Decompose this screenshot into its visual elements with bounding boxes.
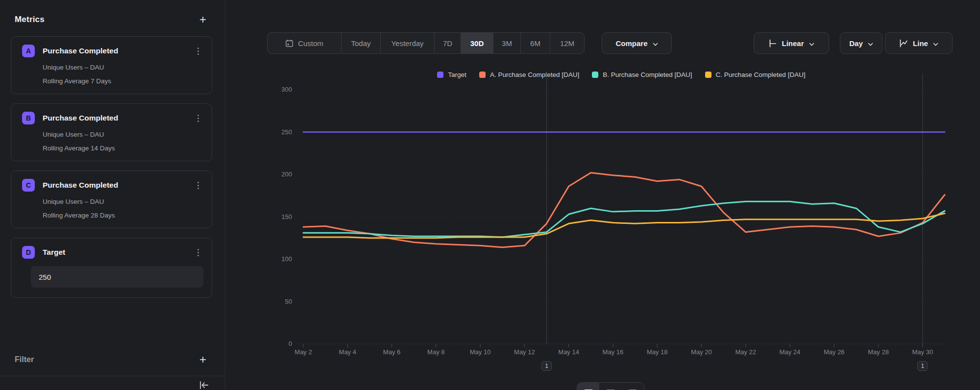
metric-badge-c: C: [22, 179, 35, 192]
target-title: Target: [43, 248, 195, 257]
series-line-c[interactable]: [303, 214, 945, 238]
y-axis-label: 300: [255, 86, 292, 93]
metric-view-button[interactable]: [622, 383, 644, 390]
x-axis-label: May 20: [682, 348, 721, 356]
y-axis-label: 0: [255, 340, 292, 347]
analytics-app: Metrics + A Purchase Completed Unique Us…: [0, 0, 980, 390]
metric-options-button[interactable]: [195, 46, 202, 57]
target-value-input[interactable]: 250: [31, 266, 203, 288]
table-view-button[interactable]: [599, 383, 621, 390]
x-axis-label: May 16: [593, 348, 633, 356]
x-axis-label: May 22: [726, 348, 765, 356]
metric-options-button[interactable]: [195, 180, 202, 191]
collapse-sidebar-button[interactable]: [198, 380, 209, 390]
x-axis-label: May 18: [637, 348, 677, 356]
metric-options-button[interactable]: [195, 113, 202, 124]
metric-measurement[interactable]: Unique Users – DAU: [43, 64, 202, 71]
metric-card-b[interactable]: B Purchase Completed Unique Users – DAU …: [11, 103, 212, 161]
x-axis-label: May 4: [328, 348, 367, 356]
metric-card-a-header: A Purchase Completed: [22, 45, 202, 57]
metric-badge-a: A: [22, 45, 35, 57]
x-axis-label: May 30: [903, 348, 942, 356]
x-axis-label: May 26: [814, 348, 854, 356]
collapse-left-icon: [198, 384, 209, 390]
y-axis-label: 250: [255, 128, 292, 136]
annotation-badge[interactable]: 1: [541, 361, 552, 371]
sidebar-divider: [0, 376, 225, 376]
metric-card-a[interactable]: A Purchase Completed Unique Users – DAU …: [11, 36, 212, 94]
target-options-button[interactable]: [195, 247, 202, 258]
x-axis-label: May 14: [549, 348, 588, 356]
filter-section: Filter +: [15, 355, 207, 365]
target-card[interactable]: D Target 250: [11, 238, 212, 298]
annotation-badge[interactable]: 1: [917, 361, 928, 371]
x-axis-label: May 28: [859, 348, 898, 356]
metrics-sidebar: Metrics + A Purchase Completed Unique Us…: [0, 0, 225, 390]
metric-measurement[interactable]: Unique Users – DAU: [43, 131, 202, 138]
view-switcher: [577, 382, 644, 390]
chart-view-button[interactable]: [577, 383, 599, 390]
metric-badge-b: B: [22, 112, 35, 124]
metric-rolling-average[interactable]: Rolling Average 28 Days: [43, 212, 202, 219]
metric-title: Purchase Completed: [43, 114, 195, 122]
x-axis-label: May 8: [416, 348, 456, 356]
metric-card-c[interactable]: C Purchase Completed Unique Users – DAU …: [11, 171, 212, 228]
add-metric-button[interactable]: +: [198, 15, 207, 24]
y-axis-label: 200: [255, 171, 292, 178]
metric-title: Purchase Completed: [43, 181, 195, 190]
y-axis-label: 100: [255, 255, 292, 263]
metrics-title: Metrics: [15, 15, 45, 24]
target-card-header: D Target: [22, 246, 202, 259]
metric-card-b-header: B Purchase Completed: [22, 112, 202, 124]
add-filter-button[interactable]: +: [198, 355, 207, 365]
metric-rolling-average[interactable]: Rolling Average 14 Days: [43, 145, 202, 152]
metric-card-c-header: C Purchase Completed: [22, 179, 202, 192]
metrics-header: Metrics +: [15, 15, 207, 24]
y-axis-label: 50: [255, 298, 292, 305]
x-axis-label: May 24: [770, 348, 809, 356]
x-axis-label: May 2: [284, 348, 323, 356]
filter-title: Filter: [15, 355, 34, 364]
y-axis-label: 150: [255, 213, 292, 220]
x-axis-label: May 12: [505, 348, 544, 356]
line-chart: 11050100150200250300May 2May 4May 6May 8…: [225, 0, 980, 390]
metric-badge-d: D: [22, 246, 35, 259]
metric-title: Purchase Completed: [43, 47, 195, 55]
x-axis-label: May 6: [372, 348, 412, 356]
metric-rolling-average[interactable]: Rolling Average 7 Days: [43, 77, 202, 85]
chart-panel: Custom Today Yesterday 7D 30D 3M 6M 12M …: [225, 0, 980, 390]
chart-canvas: [225, 0, 980, 390]
x-axis-label: May 10: [461, 348, 500, 356]
metric-measurement[interactable]: Unique Users – DAU: [43, 198, 202, 205]
